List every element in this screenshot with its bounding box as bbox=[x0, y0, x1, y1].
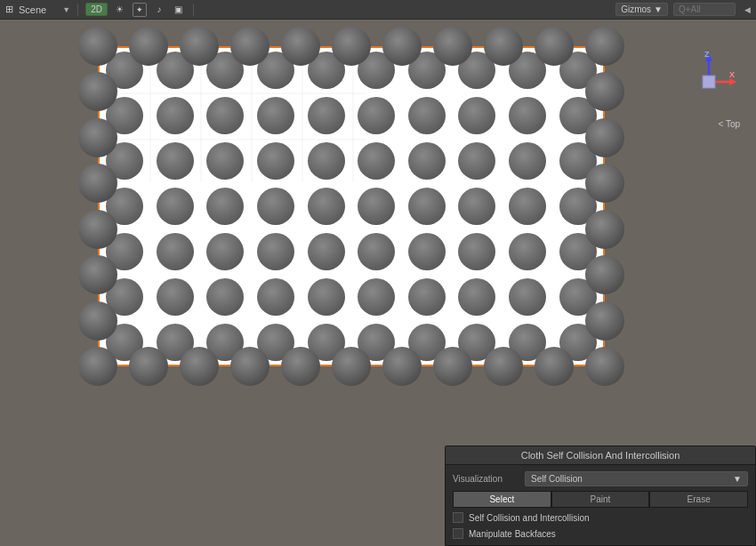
dot-cell bbox=[100, 93, 150, 139]
dot-cell bbox=[351, 319, 402, 365]
cloth-dot bbox=[509, 142, 546, 180]
svg-text:Z: Z bbox=[704, 51, 710, 59]
cloth-dot bbox=[458, 188, 495, 225]
dot-cell bbox=[100, 139, 150, 184]
cloth-dot bbox=[106, 324, 143, 361]
dot-cell bbox=[503, 184, 553, 229]
search-input[interactable] bbox=[673, 3, 736, 16]
self-collision-label: Self Collision and Intercollision bbox=[469, 513, 590, 523]
self-collision-row: Self Collision and Intercollision bbox=[453, 510, 748, 526]
dot-cell bbox=[452, 229, 503, 274]
cloth-dot bbox=[206, 142, 244, 180]
cloth-dot bbox=[157, 324, 194, 361]
dot-cell bbox=[552, 274, 603, 319]
dot-cell bbox=[251, 319, 302, 365]
paint-button[interactable]: Paint bbox=[551, 491, 650, 508]
cloth-dot bbox=[308, 52, 345, 89]
dot-cell bbox=[402, 139, 453, 184]
cloth-dot bbox=[106, 97, 143, 134]
cloth-dot bbox=[509, 188, 546, 225]
cloth-dot bbox=[157, 142, 194, 180]
dot-cell bbox=[351, 274, 402, 319]
select-button[interactable]: Select bbox=[453, 491, 551, 508]
erase-button[interactable]: Erase bbox=[649, 491, 748, 508]
fx-icon[interactable]: ✦ bbox=[133, 3, 147, 17]
cloth-dot bbox=[257, 278, 294, 316]
dot-cell bbox=[452, 139, 503, 184]
manipulate-backfaces-label: Manipulate Backfaces bbox=[469, 529, 556, 539]
cloth-dot bbox=[408, 52, 446, 89]
gizmos-chevron-icon: ▼ bbox=[654, 4, 663, 14]
dot-cell bbox=[503, 319, 553, 365]
dot-cell bbox=[452, 274, 503, 319]
cloth-dot bbox=[206, 52, 244, 89]
cloth-dot bbox=[559, 324, 597, 361]
dot-cell bbox=[100, 274, 150, 319]
cloth-dot bbox=[559, 97, 597, 134]
dot-cell bbox=[351, 139, 402, 184]
cloth-dot bbox=[308, 324, 345, 361]
cloth-dot bbox=[257, 52, 294, 89]
cloth-dot bbox=[206, 278, 244, 316]
dot-cell bbox=[452, 319, 503, 365]
cloth-dot bbox=[157, 52, 194, 89]
cloth-dot bbox=[257, 142, 294, 180]
2d-button[interactable]: 2D bbox=[85, 3, 108, 16]
scene-expand-icon[interactable]: ▼ bbox=[62, 5, 70, 14]
dot-cell bbox=[150, 184, 201, 229]
gizmos-dropdown[interactable]: Gizmos ▼ bbox=[615, 3, 668, 16]
sun-icon[interactable]: ☀ bbox=[113, 3, 127, 17]
dot-cell bbox=[402, 319, 453, 365]
cloth-dot bbox=[509, 97, 546, 134]
cloth-dot bbox=[408, 97, 446, 134]
collapse-icon[interactable]: ◀ bbox=[744, 5, 751, 14]
cloth-dot bbox=[559, 142, 597, 180]
visualization-row: Visualization Self Collision ▼ bbox=[453, 469, 748, 489]
dot-cell bbox=[552, 229, 603, 274]
dot-cell bbox=[100, 229, 150, 274]
visualization-value: Self Collision bbox=[531, 474, 583, 484]
dot-cell bbox=[402, 229, 453, 274]
gizmo-widget: Z X bbox=[678, 51, 740, 113]
visualization-dropdown[interactable]: Self Collision ▼ bbox=[525, 471, 748, 486]
dot-cell bbox=[452, 93, 503, 139]
cloth-dot bbox=[257, 188, 294, 225]
dot-cell bbox=[200, 229, 251, 274]
separator-2 bbox=[193, 4, 194, 16]
scene-grid-icon: ⊞ bbox=[5, 4, 13, 15]
dot-cell bbox=[503, 139, 553, 184]
dot-cell bbox=[452, 48, 503, 93]
cloth-dot bbox=[358, 188, 395, 225]
cloth-dot bbox=[106, 142, 143, 180]
self-collision-checkbox[interactable] bbox=[453, 512, 463, 523]
dot-cell bbox=[351, 229, 402, 274]
cloth-dot bbox=[157, 233, 194, 270]
cloth-dot bbox=[408, 188, 446, 225]
manipulate-backfaces-checkbox[interactable] bbox=[453, 528, 463, 539]
dot-cell bbox=[150, 139, 201, 184]
cloth-dot bbox=[559, 188, 597, 225]
cloth-dot bbox=[157, 97, 194, 134]
dot-cell bbox=[351, 184, 402, 229]
camera-icon[interactable]: ▣ bbox=[172, 3, 186, 17]
audio-icon[interactable]: ♪ bbox=[152, 3, 166, 17]
dot-cell bbox=[452, 184, 503, 229]
cloth-dot bbox=[509, 278, 546, 316]
dot-cell bbox=[402, 184, 453, 229]
cloth-dot bbox=[559, 233, 597, 270]
cloth-panel: Cloth Self Collision And Intercollision … bbox=[445, 446, 756, 546]
mode-buttons: Select Paint Erase bbox=[453, 491, 748, 508]
cloth-dot bbox=[308, 97, 345, 134]
cloth-dot bbox=[408, 142, 446, 180]
visualization-label: Visualization bbox=[453, 474, 519, 484]
cloth-dot bbox=[358, 52, 395, 89]
dot-cell bbox=[552, 48, 603, 93]
dot-cell bbox=[503, 48, 553, 93]
cloth-dot bbox=[358, 278, 395, 316]
cloth-dot bbox=[458, 97, 495, 134]
cloth-dot bbox=[308, 188, 345, 225]
dot-cell bbox=[503, 274, 553, 319]
cloth-dot bbox=[458, 142, 495, 180]
cloth-dot bbox=[358, 324, 395, 361]
dot-cell bbox=[552, 93, 603, 139]
